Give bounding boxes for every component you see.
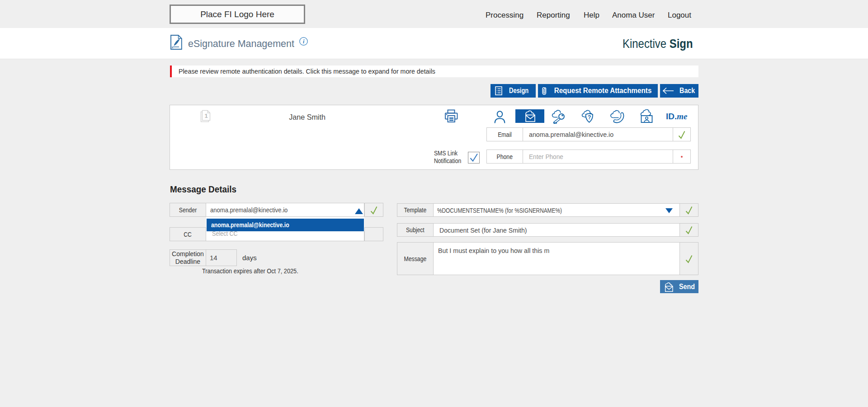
svg-text:x: x: [172, 46, 174, 49]
svg-text:1: 1: [205, 112, 208, 119]
svg-text:?: ?: [588, 114, 591, 121]
svg-text:i: i: [303, 38, 305, 45]
